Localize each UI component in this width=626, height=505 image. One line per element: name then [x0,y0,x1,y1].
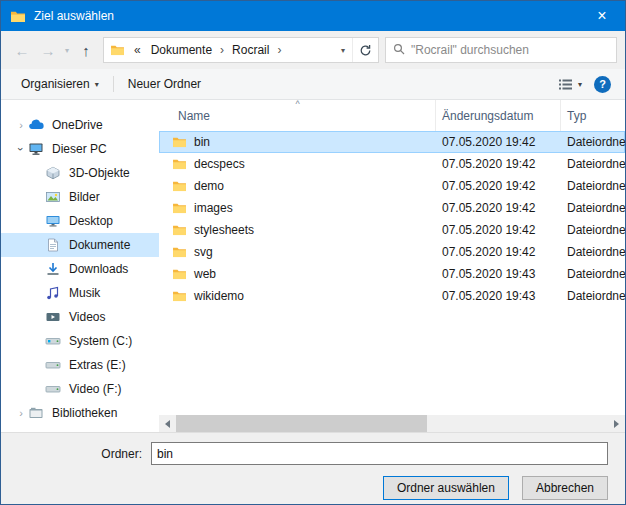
folder-input-row: Ordner: [1,442,625,465]
file-name: images [194,201,233,215]
pictures-icon [45,190,62,204]
sidebar-item-extras-e[interactable]: Extras (E:) [1,353,159,377]
file-modified-date: 07.05.2020 19:43 [436,289,561,303]
3d-objects-icon [45,166,62,180]
computer-icon [28,142,45,156]
address-dropdown-chevron-icon[interactable]: ▾ [334,46,352,55]
toolbar-right-group: ▾ ? [558,76,611,93]
sidebar-item-dieser-pc[interactable]: › Dieser PC [1,137,159,161]
file-list: bin 07.05.2020 19:42 Dateiordner decspec… [159,131,625,415]
file-row[interactable]: svg 07.05.2020 19:42 Dateiordner [159,241,625,263]
documents-icon [45,238,62,252]
folder-label: Ordner: [1,447,151,461]
search-box[interactable] [385,37,617,63]
navigation-bar: ← → ▾ ↑ « Dokumente › Rocrail › ▾ [1,31,625,69]
system-drive-icon [45,334,62,348]
file-type: Dateiordner [561,135,625,149]
sidebar-item-video-f[interactable]: Video (F:) [1,377,159,401]
chevron-expanded-icon[interactable]: › [15,142,27,156]
music-icon [45,286,62,300]
drive-icon [45,358,62,372]
scrollbar-thumb[interactable] [176,415,427,432]
recent-locations-chevron-icon[interactable]: ▾ [61,46,73,55]
file-row[interactable]: decspecs 07.05.2020 19:42 Dateiordner [159,153,625,175]
up-button[interactable]: ↑ [73,37,99,63]
folder-icon [172,180,187,192]
file-type: Dateiordner [561,157,625,171]
file-row[interactable]: demo 07.05.2020 19:42 Dateiordner [159,175,625,197]
file-name: bin [194,135,210,149]
drive-icon [45,382,62,396]
file-row[interactable]: wikidemo 07.05.2020 19:43 Dateiordner [159,285,625,307]
folder-icon [110,44,125,56]
file-row[interactable]: web 07.05.2020 19:43 Dateiordner [159,263,625,285]
sidebar-item-musik[interactable]: Musik [1,281,159,305]
help-icon[interactable]: ? [594,76,611,93]
new-folder-button[interactable]: Neuer Ordner [128,77,201,91]
file-modified-date: 07.05.2020 19:42 [436,245,561,259]
search-icon [393,43,405,58]
folder-icon [172,224,187,236]
sidebar-item-downloads[interactable]: Downloads [1,257,159,281]
sidebar-item-onedrive[interactable]: › OneDrive [1,113,159,137]
file-row[interactable]: images 07.05.2020 19:42 Dateiordner [159,197,625,219]
file-modified-date: 07.05.2020 19:43 [436,267,561,281]
sidebar-item-dokumente[interactable]: Dokumente [1,233,159,257]
details-view-icon [558,78,573,91]
sidebar-item-bibliotheken[interactable]: › Bibliotheken [1,401,159,425]
dialog-buttons: Ordner auswählen Abbrechen [1,476,625,500]
toolbar: Organisieren ▾ Neuer Ordner ▾ ? [1,69,625,100]
breadcrumb-item-dokumente[interactable]: Dokumente [145,43,218,57]
folder-icon [172,268,187,280]
sort-ascending-indicator: ^ [159,100,436,108]
select-folder-button[interactable]: Ordner auswählen [383,476,509,500]
scrollbar-track[interactable] [176,415,608,432]
forward-button[interactable]: → [35,37,61,63]
column-header-date[interactable]: Änderungsdatum [436,100,561,131]
folder-icon [172,246,187,258]
folder-name-input[interactable] [151,442,608,465]
cancel-button[interactable]: Abbrechen [522,476,608,500]
folder-icon [172,202,187,214]
navigation-pane: › OneDrive › Dieser PC 3D-Objekte [1,100,159,432]
sidebar-item-videos[interactable]: Videos [1,305,159,329]
breadcrumb-item-rocrail[interactable]: Rocrail [226,43,275,57]
title-bar[interactable]: Ziel auswählen × [1,1,625,31]
file-modified-date: 07.05.2020 19:42 [436,179,561,193]
file-row[interactable]: stylesheets 07.05.2020 19:42 Dateiordner [159,219,625,241]
content-area: › OneDrive › Dieser PC 3D-Objekte [1,100,625,432]
scroll-left-icon[interactable] [159,415,176,432]
scroll-right-icon[interactable] [608,415,625,432]
folder-icon [172,290,187,302]
organize-button[interactable]: Organisieren ▾ [21,77,99,91]
refresh-icon[interactable] [352,38,378,62]
file-list-pane: ^ Name Änderungsdatum Typ bin 07.05 [159,100,625,432]
file-modified-date: 07.05.2020 19:42 [436,157,561,171]
back-button[interactable]: ← [9,37,35,63]
sidebar-item-desktop[interactable]: Desktop [1,209,159,233]
chevron-right-icon[interactable]: › [14,407,28,419]
sidebar-item-bilder[interactable]: Bilder [1,185,159,209]
file-name: svg [194,245,213,259]
sidebar-item-system-c[interactable]: System (C:) [1,329,159,353]
column-header-type[interactable]: Typ [561,100,625,131]
file-name: wikidemo [194,289,244,303]
horizontal-scrollbar[interactable] [159,415,625,432]
file-name: demo [194,179,224,193]
column-header-row: ^ Name Änderungsdatum Typ [159,100,625,131]
search-input[interactable] [411,43,609,57]
file-type: Dateiordner [561,245,625,259]
videos-icon [45,310,62,324]
toolbar-divider [113,76,114,92]
view-mode-button[interactable]: ▾ [558,78,582,91]
folder-icon [172,136,187,148]
address-bar[interactable]: « Dokumente › Rocrail › ▾ [103,37,379,63]
breadcrumb-overflow-icon[interactable]: « [130,43,145,57]
chevron-right-icon[interactable]: › [14,119,28,131]
file-row[interactable]: bin 07.05.2020 19:42 Dateiordner [159,131,625,153]
close-icon[interactable]: × [579,1,625,31]
folder-icon [172,158,187,170]
file-name: stylesheets [194,223,254,237]
sidebar-item-3d-objekte[interactable]: 3D-Objekte [1,161,159,185]
breadcrumb-separator-icon: › [275,43,283,57]
